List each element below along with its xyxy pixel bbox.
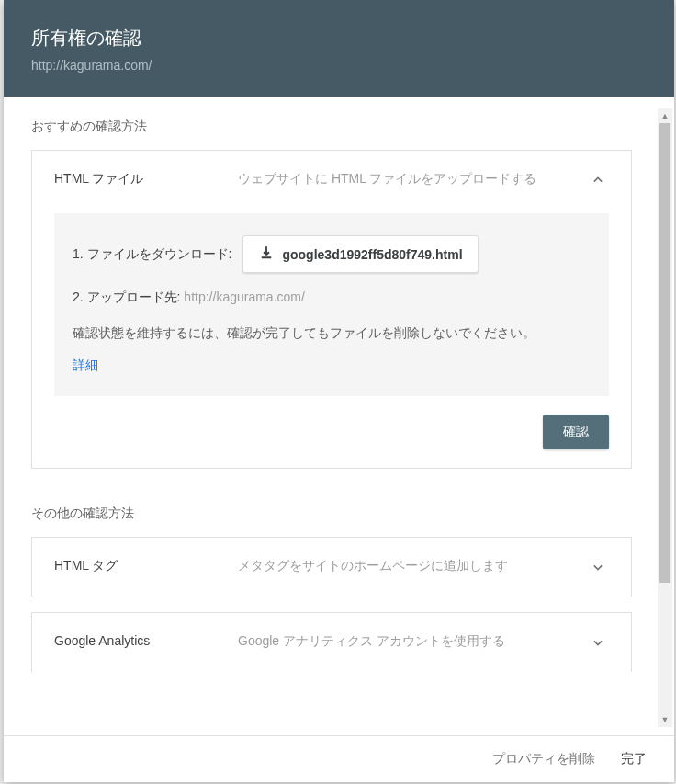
dialog-footer: プロパティを削除 完了 [4,735,674,782]
method-desc: ウェブサイトに HTML ファイルをアップロードする [238,169,587,188]
ownership-verification-dialog: 所有権の確認 http://kagurama.com/ おすすめの確認方法 HT… [4,0,674,782]
step-upload: 2. アップロード先: http://kagurama.com/ [73,290,591,306]
dialog-body: おすすめの確認方法 HTML ファイル ウェブサイトに HTML ファイルをアッ… [4,97,674,735]
download-icon [258,244,275,264]
retention-note: 確認状態を維持するには、確認が完了してもファイルを削除しないでください。 [73,323,591,343]
method-html-tag: HTML タグ メタタグをサイトのホームページに追加します [31,537,632,597]
method-desc: Google アナリティクス アカウントを使用する [238,631,587,651]
method-html-tag-header[interactable]: HTML タグ メタタグをサイトのホームページに追加します [32,538,631,597]
method-name: Google Analytics [54,631,238,648]
method-name: HTML タグ [54,556,238,574]
step2-url: http://kagurama.com/ [184,290,305,304]
chevron-up-icon [587,169,609,191]
method-name: HTML ファイル [54,169,238,187]
method-html-file: HTML ファイル ウェブサイトに HTML ファイルをアップロードする 1. … [31,150,632,469]
detail-link[interactable]: 詳細 [73,358,98,374]
dialog-url: http://kagurama.com/ [31,58,647,73]
done-button[interactable]: 完了 [621,751,647,767]
method-html-file-content: 1. ファイルをダウンロード: google3d1992ff5d80f749.h… [54,213,609,396]
recommended-methods-label: おすすめの確認方法 [4,97,659,150]
scroll-down-icon[interactable]: ▼ [658,712,672,727]
scrollbar[interactable]: ▲ ▼ [658,108,672,727]
verify-action-row: 確認 [32,415,631,468]
method-desc: メタタグをサイトのホームページに追加します [238,556,587,575]
download-filename: google3d1992ff5d80f749.html [282,247,462,262]
step1-label: 1. ファイルをダウンロード: [73,246,231,263]
dialog-title: 所有権の確認 [31,26,647,51]
verify-button[interactable]: 確認 [543,415,609,449]
scroll-up-icon[interactable]: ▲ [658,108,672,123]
method-google-analytics: Google Analytics Google アナリティクス アカウントを使用… [31,612,632,672]
method-ga-header[interactable]: Google Analytics Google アナリティクス アカウントを使用… [32,613,631,672]
step-download: 1. ファイルをダウンロード: google3d1992ff5d80f749.h… [73,235,591,273]
other-methods-label: その他の確認方法 [4,483,659,537]
delete-property-link[interactable]: プロパティを削除 [492,751,595,767]
download-file-button[interactable]: google3d1992ff5d80f749.html [242,235,478,273]
scrollbar-thumb[interactable] [659,123,670,583]
step2-label: 2. アップロード先: [73,290,184,304]
chevron-down-icon [587,631,609,653]
method-html-file-header[interactable]: HTML ファイル ウェブサイトに HTML ファイルをアップロードする [32,151,631,210]
dialog-header: 所有権の確認 http://kagurama.com/ [4,0,674,97]
chevron-down-icon [587,556,609,578]
